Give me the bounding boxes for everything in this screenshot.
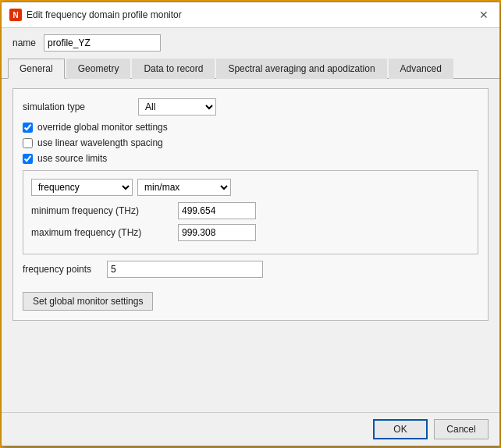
use-source-checkbox[interactable] bbox=[23, 154, 33, 164]
tab-spectral[interactable]: Spectral averaging and apodization bbox=[216, 59, 386, 79]
tab-geometry[interactable]: Geometry bbox=[66, 59, 131, 79]
max-freq-row: maximum frequency (THz) bbox=[31, 224, 470, 241]
global-monitor-settings-button[interactable]: Set global monitor settings bbox=[23, 292, 153, 311]
bottom-bar: OK Cancel bbox=[2, 412, 499, 446]
dialog: N Edit frequency domain profile monitor … bbox=[1, 2, 500, 446]
tab-general[interactable]: General bbox=[8, 59, 65, 79]
tab-data-to-record[interactable]: Data to record bbox=[132, 59, 215, 79]
title-bar-left: N Edit frequency domain profile monitor bbox=[9, 9, 182, 21]
min-freq-row: minimum frequency (THz) bbox=[31, 202, 470, 219]
override-global-label: override global monitor settings bbox=[37, 122, 168, 133]
name-label: name bbox=[12, 37, 36, 48]
general-panel: simulation type All FDTD varFDTD EME ove… bbox=[12, 88, 489, 321]
use-source-row: use source limits bbox=[23, 153, 478, 164]
min-freq-input[interactable] bbox=[178, 202, 256, 219]
ok-button[interactable]: OK bbox=[373, 419, 428, 439]
freq-points-label: frequency points bbox=[23, 264, 101, 275]
min-freq-label: minimum frequency (THz) bbox=[31, 205, 172, 216]
name-input[interactable] bbox=[44, 34, 161, 52]
app-icon: N bbox=[9, 9, 22, 21]
freq-type-select[interactable]: frequency wavelength bbox=[31, 179, 133, 196]
tabs-bar: General Geometry Data to record Spectral… bbox=[2, 58, 499, 79]
freq-dropdowns-row: frequency wavelength min/max center/span bbox=[31, 179, 470, 196]
use-source-label: use source limits bbox=[37, 153, 107, 164]
override-global-checkbox[interactable] bbox=[23, 123, 33, 133]
simulation-type-row: simulation type All FDTD varFDTD EME bbox=[23, 98, 478, 116]
simulation-type-label: simulation type bbox=[23, 101, 132, 112]
use-linear-label: use linear wavelength spacing bbox=[37, 137, 163, 148]
use-linear-row: use linear wavelength spacing bbox=[23, 137, 478, 148]
max-freq-input[interactable] bbox=[178, 224, 256, 241]
title-bar: N Edit frequency domain profile monitor … bbox=[2, 2, 499, 28]
dialog-title: Edit frequency domain profile monitor bbox=[27, 9, 182, 20]
close-button[interactable]: ✕ bbox=[476, 7, 492, 23]
tab-advanced[interactable]: Advanced bbox=[389, 59, 453, 79]
freq-points-input[interactable] bbox=[107, 261, 263, 278]
freq-range-select[interactable]: min/max center/span bbox=[137, 179, 231, 196]
simulation-type-select[interactable]: All FDTD varFDTD EME bbox=[138, 98, 216, 116]
content-area: simulation type All FDTD varFDTD EME ove… bbox=[2, 79, 499, 412]
freq-points-row: frequency points bbox=[23, 261, 478, 278]
override-global-row: override global monitor settings bbox=[23, 122, 478, 133]
max-freq-label: maximum frequency (THz) bbox=[31, 227, 172, 238]
cancel-button[interactable]: Cancel bbox=[434, 419, 489, 439]
frequency-settings-box: frequency wavelength min/max center/span… bbox=[23, 170, 478, 254]
use-linear-checkbox[interactable] bbox=[23, 138, 33, 148]
name-row: name bbox=[2, 28, 499, 58]
